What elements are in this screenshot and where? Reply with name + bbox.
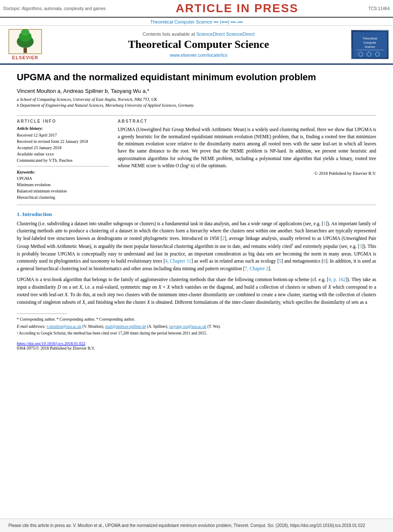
citation-text: Please cite this article in press as: V.… [8,523,365,528]
affiliation-b: b Department of Engineering and Natural … [17,103,376,108]
journal-title: Theoretical Computer Science [46,38,351,51]
ref-1[interactable]: 1 [323,221,326,226]
affiliation-a: a School of Computing Sciences, Universi… [17,97,376,103]
ref-2[interactable]: 2 [222,236,225,241]
svg-point-4 [21,29,29,36]
sciencedirect-link-text[interactable]: ScienceDirect [226,32,255,37]
abstract-col: ABSTRACT UPGMA (Unweighted Pair Group Me… [118,119,376,200]
elsevier-logo-area: ELSEVIER [4,29,46,60]
abstract-label: ABSTRACT [118,119,376,124]
email3-link[interactable]: taoyang.wu@uea.ac.uk [169,324,207,329]
doi-link[interactable]: https://doi.org/10.1016/j.tcs.2018.01.02… [17,341,85,346]
communicated-by: Communicated by V.Th. Paschos [17,157,109,163]
email1-name: (V. Moulton), [82,324,105,329]
article-title-section: UPGMA and the normalized equidistant min… [0,65,393,115]
email1-link[interactable]: v.moulton@uea.ac.uk [47,324,82,329]
svg-text:Computer: Computer [363,41,376,45]
emails-label: E-mail addresses: [17,324,47,329]
svg-rect-7 [353,32,387,58]
divider-2 [17,205,376,205]
intro-para2: UPGMA is a text-book algorithm that belo… [17,276,376,306]
authors-line: Vincent Moulton a, Andreas Spillner b, T… [17,88,376,94]
banner-left-text: Doctopic: Algorithms, automata, complexi… [3,6,106,11]
corresponding-author-label: * Corresponding author. [56,317,95,321]
contents-text: Contents lists available at [142,32,195,37]
email-line: E-mail addresses: v.moulton@uea.ac.uk (V… [17,324,376,329]
article-info-col: ARTICLE INFO Article history: Received 1… [17,119,109,200]
email2-link[interactable]: mail@andreas-spillner.de [105,324,146,329]
history-label: Article history: [17,126,109,131]
ref-5[interactable]: 5 [279,258,281,263]
keyword-3: Balanced minimum evolution [17,188,109,194]
abstract-text: UPGMA (Unweighted Pair Group Method with… [118,126,376,170]
keywords-label: Keywords: [17,170,109,174]
received-date: Received 12 April 2017 [17,132,109,138]
accepted-date: Accepted 23 January 2018 [17,145,109,151]
corresponding-author-note: * Corresponding author. * Corresponding … [17,316,376,322]
journal-citation-link[interactable]: Theoretical Computer Science ••• (••••) … [150,19,243,24]
elsevier-tree-icon [8,29,42,54]
footnote-divider [17,313,67,314]
sciencedirect-link[interactable]: ScienceDirect [196,32,225,37]
contents-line: Contents lists available at ScienceDirec… [46,32,351,37]
journal-cover-image: Theoretical Computer Science [351,30,389,59]
ref-4[interactable]: 4, Chapter 11 [165,258,191,263]
journal-link-bar: Theoretical Computer Science ••• (••••) … [0,18,393,26]
banner-right-code: TCS:11464 [368,6,390,11]
info-abstract-section: ARTICLE INFO Article history: Received 1… [0,116,393,200]
journal-url[interactable]: www.elsevier.com/locate/tcs [46,53,351,58]
article-info-label: ARTICLE INFO [17,119,109,124]
elsevier-label: ELSEVIER [12,55,38,60]
ref-4b[interactable]: 4, p. 162 [329,277,346,282]
ref-6[interactable]: 6 [323,258,326,263]
ref-7[interactable]: 7, Chapter 2 [245,266,269,271]
email3-name: (T. Wu). [208,324,221,329]
article-in-press-badge: ARTICLE IN PRESS [176,2,298,15]
doi-section: https://doi.org/10.1016/j.tcs.2018.01.02… [0,339,393,353]
info-divider [17,166,109,166]
page: Doctopic: Algorithms, automata, complexi… [0,0,393,532]
available-online: Available online xxxx [17,151,109,157]
journal-header: ELSEVIER Contents lists available at Sci… [0,26,393,65]
email2-name: (A. Spillner), [147,324,169,329]
author-names: Vincent Moulton a, Andreas Spillner b, T… [17,88,149,94]
intro-para1: Clustering (i.e. subdividing a dataset i… [17,220,376,273]
footnote-1: ¹ According to Google Scholar, the metho… [17,330,376,336]
ref-3[interactable]: 3 [359,244,362,249]
top-banner: Doctopic: Algorithms, automata, complexi… [0,0,393,18]
intro-heading: 1. Introduction [17,211,376,218]
affiliations: a School of Computing Sciences, Universi… [17,97,376,108]
revised-date: Received in revised form 22 January 2018 [17,138,109,145]
keyword-4: Hierarchical clustering [17,194,109,200]
svg-text:Theoretical: Theoretical [362,37,377,40]
footnotes-section: * Corresponding author. * Corresponding … [0,316,393,336]
bottom-citation-bar: Please cite this article in press as: V.… [0,519,393,532]
keyword-1: UPGMA [17,175,109,182]
svg-text:Science: Science [364,45,375,48]
copyright-line: © 2018 Published by Elsevier B.V. [118,171,376,176]
introduction-section: 1. Introduction Clustering (i.e. subdivi… [0,208,393,310]
article-title: UPGMA and the normalized equidistant min… [17,71,376,84]
keyword-2: Minimum evolution [17,182,109,188]
issn-text: 0304-3975/© 2018 Published by Elsevier B… [17,346,95,350]
journal-center: Contents lists available at ScienceDirec… [46,32,351,58]
svg-rect-1 [24,48,27,53]
